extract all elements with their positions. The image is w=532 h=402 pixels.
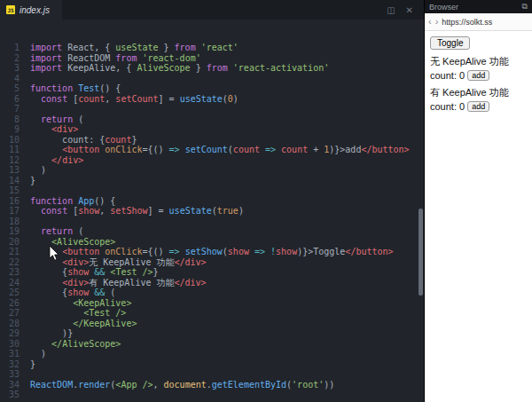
- code-line[interactable]: 2import ReactDOM from 'react-dom': [0, 53, 424, 64]
- code-token: }: [153, 267, 159, 277]
- code-token: ,: [99, 206, 110, 216]
- code-line[interactable]: 15: [0, 185, 424, 196]
- mouse-cursor: [49, 246, 59, 262]
- code-line[interactable]: 5function Test() {: [0, 83, 424, 94]
- line-number: 3: [0, 63, 20, 74]
- code-token: (: [105, 288, 115, 297]
- line-number: 30: [0, 339, 20, 350]
- tab-indexjs[interactable]: JS index.js: [0, 0, 62, 20]
- browser-nav-bar: ‹ › https://solkt.ss: [425, 13, 532, 31]
- toggle-button[interactable]: Toggle: [430, 36, 470, 50]
- code-token: useState: [180, 94, 223, 104]
- code-line[interactable]: 22 <div>无 KeepAlive 功能</div>: [0, 257, 424, 268]
- code-line[interactable]: 7: [0, 104, 424, 114]
- line-number: 22: [0, 257, 20, 268]
- code-line[interactable]: 21 <button onClick={() => setShow(show =…: [0, 247, 424, 257]
- code-line[interactable]: 18: [0, 217, 424, 227]
- code-line[interactable]: 9 <div>: [0, 124, 424, 135]
- code-line-content: function App() {: [20, 196, 115, 207]
- code-token: React, {: [62, 43, 115, 52]
- code-line[interactable]: 26 <KeepAlive>: [0, 298, 424, 309]
- editor-scrollbar[interactable]: [419, 20, 423, 402]
- code-token: )}: [30, 328, 73, 338]
- browser-content: Toggle 无 KeepAlive 功能 count: 0 add 有 Kee…: [425, 31, 532, 402]
- code-line[interactable]: 25 {show && (: [0, 288, 424, 298]
- code-token: [30, 124, 51, 134]
- code-line[interactable]: 27 <Test />: [0, 308, 424, 319]
- code-token: document: [164, 380, 207, 390]
- open-external-icon[interactable]: ⧉: [522, 2, 528, 12]
- code-token: )}>Toggle: [297, 247, 345, 256]
- code-line[interactable]: 10 count: {count}: [0, 135, 424, 146]
- code-line-content: <button onClick={() => setShow(show => !…: [20, 247, 394, 257]
- code-line[interactable]: 30 </AliveScope>: [0, 339, 424, 350]
- code-line[interactable]: 28 </KeepAlive>: [0, 319, 424, 329]
- code-token: <KeepAlive>: [73, 298, 131, 308]
- code-line[interactable]: 33: [0, 369, 424, 380]
- code-token: {: [30, 288, 67, 297]
- code-line[interactable]: 29 )}: [0, 328, 424, 339]
- code-line-content: return (: [20, 114, 83, 125]
- close-icon[interactable]: ✕: [406, 5, 413, 15]
- code-line[interactable]: 17 const [show, setShow] = useState(true…: [0, 206, 424, 217]
- code-token: ] =: [159, 94, 180, 104]
- code-line[interactable]: 24 <div>有 KeepAlive 功能</div>: [0, 278, 424, 288]
- code-token: from: [207, 63, 228, 73]
- code-line[interactable]: 14}: [0, 176, 424, 186]
- line-number: 18: [0, 217, 20, 227]
- code-line-content: <Test />: [20, 308, 126, 319]
- code-line[interactable]: 4: [0, 74, 424, 84]
- code-token: <AliveScope>: [51, 237, 115, 247]
- code-line[interactable]: 19 return (: [0, 226, 424, 237]
- code-line[interactable]: 32}: [0, 359, 424, 370]
- browser-pane: Browser ⧉ ‹ › https://solkt.ss Toggle 无 …: [424, 0, 532, 402]
- code-line[interactable]: 23 {show && <Test />}: [0, 267, 424, 278]
- code-line-content: </AliveScope>: [20, 339, 121, 350]
- code-line-content: ): [20, 349, 46, 359]
- code-line[interactable]: 35: [0, 390, 424, 400]
- code-token: {: [30, 267, 67, 277]
- code-token: return: [41, 226, 73, 236]
- code-token: 无 KeepAlive 功能: [89, 257, 174, 267]
- code-line-content: }: [20, 176, 35, 186]
- back-icon[interactable]: ‹: [428, 17, 432, 27]
- code-line[interactable]: 1import React, { useState } from 'react': [0, 43, 424, 53]
- scrollbar-thumb[interactable]: [419, 209, 423, 296]
- split-editor-icon[interactable]: ◫: [387, 5, 395, 15]
- line-number: 4: [0, 74, 20, 84]
- code-token: count: [105, 135, 131, 145]
- code-token: App: [78, 196, 94, 206]
- count-text: count: 0: [430, 70, 465, 81]
- code-token: ReactDOM: [62, 53, 115, 63]
- code-line[interactable]: 13 ): [0, 165, 424, 176]
- code-line[interactable]: 6 const [count, setCount] = useState(0): [0, 94, 424, 105]
- add-button[interactable]: add: [467, 70, 489, 81]
- code-token: show: [67, 288, 89, 297]
- line-number: 27: [0, 308, 20, 319]
- code-line[interactable]: 34ReactDOM.render(<App />, document.getE…: [0, 380, 424, 390]
- code-line[interactable]: 11 <button onClick={() => setCount(count…: [0, 145, 424, 155]
- add-button[interactable]: add: [467, 101, 489, 112]
- code-area[interactable]: 1import React, { useState } from 'react'…: [0, 20, 424, 402]
- code-token: )}>add: [329, 145, 361, 154]
- code-token: import: [30, 53, 62, 63]
- code-line[interactable]: 20 <AliveScope>: [0, 237, 424, 248]
- code-token: 'react-activation': [233, 63, 329, 73]
- url-bar[interactable]: https://solkt.ss: [442, 18, 528, 27]
- count-text: count: 0: [430, 101, 465, 112]
- code-token: return: [41, 114, 73, 124]
- code-line[interactable]: 31 ): [0, 349, 424, 359]
- line-number: 10: [0, 135, 20, 146]
- forward-icon[interactable]: ›: [435, 17, 439, 27]
- code-token: <Test />: [83, 308, 126, 318]
- code-line[interactable]: 3import KeepAlive, { AliveScope } from '…: [0, 63, 424, 74]
- line-number: 35: [0, 390, 20, 400]
- line-number: 23: [0, 267, 20, 278]
- code-token: count: [233, 145, 260, 154]
- code-line[interactable]: 16function App() {: [0, 196, 424, 207]
- code-line[interactable]: 8 return (: [0, 114, 424, 125]
- code-token: <div>: [62, 257, 89, 267]
- code-line[interactable]: 12 </div>: [0, 155, 424, 166]
- code-token: getElementById: [212, 380, 286, 390]
- code-token: [: [67, 206, 78, 216]
